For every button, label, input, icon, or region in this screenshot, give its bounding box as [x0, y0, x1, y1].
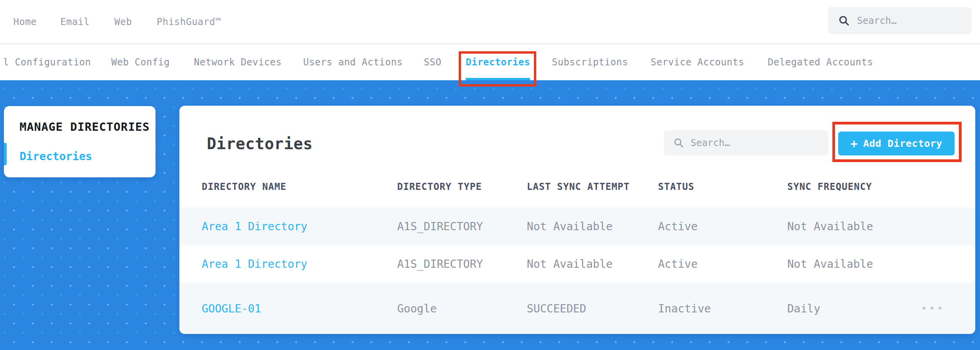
directories-search-input[interactable] [690, 137, 809, 149]
tab-users-and-actions[interactable]: Users and Actions [303, 44, 403, 80]
sync-frequency-cell: Not Available [787, 220, 873, 233]
topnav-item-web[interactable]: Web [114, 0, 132, 43]
tab-web-config[interactable]: Web Config [111, 44, 170, 80]
column-header-directory-type: DIRECTORY TYPE [397, 181, 482, 192]
search-icon [838, 15, 850, 27]
sync-frequency-cell: Daily [787, 302, 820, 315]
directory-type-cell: Google [397, 302, 437, 315]
directory-name-link[interactable]: GOOGLE-01 [202, 302, 261, 315]
top-navigation-bar: Home Email Web PhishGuard™ [0, 0, 980, 43]
table-row: Area 1 Directory A1S_DIRECTORY Not Avail… [179, 245, 975, 283]
sync-frequency-cell: Not Available [787, 258, 873, 271]
status-cell: Active [658, 258, 698, 271]
directories-search-box[interactable] [664, 130, 828, 155]
table-row: GOOGLE-01 Google SUCCEEDED Inactive Dail… [179, 283, 975, 334]
tab-delegated-accounts[interactable]: Delegated Accounts [768, 44, 873, 80]
directory-name-link[interactable]: Area 1 Directory [202, 220, 307, 233]
tab-service-accounts[interactable]: Service Accounts [651, 44, 744, 80]
directory-type-cell: A1S_DIRECTORY [397, 258, 483, 271]
sidebar-item-directories[interactable]: Directories [20, 150, 92, 163]
table-row: Area 1 Directory A1S_DIRECTORY Not Avail… [179, 207, 975, 245]
directory-type-cell: A1S_DIRECTORY [397, 220, 483, 233]
directories-card: Directories + Add Directory DIRECTORY NA… [179, 106, 975, 334]
search-icon [673, 137, 684, 148]
topnav-item-phishguard[interactable]: PhishGuard™ [157, 0, 221, 43]
page-title: Directories [207, 135, 313, 153]
add-directory-label: Add Directory [863, 138, 942, 149]
tab-directories[interactable]: Directories [466, 44, 530, 80]
column-header-last-sync-attempt: LAST SYNC ATTEMPT [527, 181, 630, 192]
row-menu-ellipsis-icon[interactable]: ••• [921, 303, 945, 314]
directory-name-link[interactable]: Area 1 Directory [202, 258, 307, 271]
column-header-status: STATUS [658, 181, 694, 192]
column-header-directory-name: DIRECTORY NAME [202, 181, 286, 192]
table-body: Area 1 Directory A1S_DIRECTORY Not Avail… [179, 207, 975, 334]
settings-tab-bar: l Configuration Web Config Network Devic… [0, 43, 980, 80]
last-sync-attempt-cell: Not Available [527, 220, 613, 233]
status-cell: Active [658, 220, 698, 233]
add-directory-button[interactable]: + Add Directory [838, 132, 955, 155]
topnav-item-home[interactable]: Home [13, 0, 37, 43]
tab-email-configuration[interactable]: l Configuration [3, 44, 91, 80]
global-search-box[interactable] [828, 7, 971, 34]
last-sync-attempt-cell: SUCCEEDED [527, 302, 586, 315]
topnav-item-email[interactable]: Email [60, 0, 90, 43]
last-sync-attempt-cell: Not Available [527, 258, 613, 271]
manage-directories-title: MANAGE DIRECTORIES [20, 120, 150, 134]
workspace-background: MANAGE DIRECTORIES Directories Directori… [0, 80, 980, 350]
active-item-indicator-bar [4, 143, 7, 165]
app-root: MANAGE DIRECTORIES Directories Directori… [0, 0, 980, 350]
table-header-row: DIRECTORY NAME DIRECTORY TYPE LAST SYNC … [179, 175, 975, 198]
tab-subscriptions[interactable]: Subscriptions [552, 44, 628, 80]
plus-icon: + [850, 138, 858, 150]
tab-network-devices[interactable]: Network Devices [194, 44, 282, 80]
tab-sso[interactable]: SSO [424, 44, 441, 80]
global-search-input[interactable] [856, 15, 956, 27]
status-cell: Inactive [658, 302, 711, 315]
column-header-sync-frequency: SYNC FREQUENCY [787, 181, 872, 192]
manage-directories-card: MANAGE DIRECTORIES Directories [4, 106, 155, 177]
